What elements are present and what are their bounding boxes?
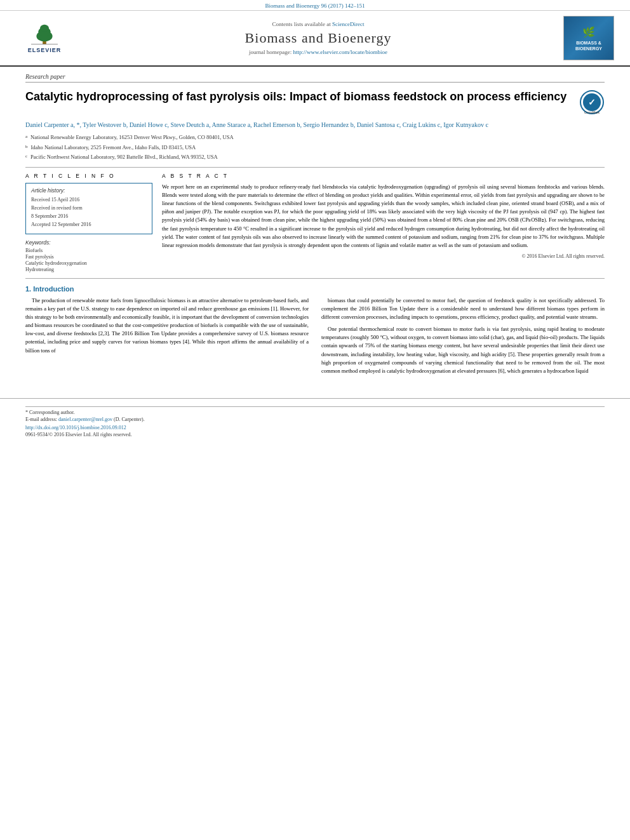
- elsevier-logo: ELSEVIER: [16, 21, 73, 56]
- history-title: Article history:: [31, 187, 147, 194]
- biomass-logo-text2: BIOENERGY: [575, 46, 602, 51]
- intro-col-left: The production of renewable motor fuels …: [25, 297, 309, 380]
- article-info-abstract-section: A R T I C L E I N F O Article history: R…: [25, 173, 605, 279]
- affil-text-c: Pacific Northwest National Laboratory, 9…: [30, 153, 218, 162]
- journal-header-center: Contents lists available at ScienceDirec…: [83, 16, 554, 60]
- abstract-text: We report here on an experimental study …: [162, 183, 605, 250]
- biomass-bioenergy-logo: 🌿 BIOMASS & BIOENERGY: [563, 16, 614, 60]
- history-revised-label: Received in revised form: [31, 204, 147, 211]
- affiliation-b: b Idaho National Laboratory, 2525 Fremon…: [25, 143, 605, 152]
- intro-para-3: One potential thermochemical route to co…: [321, 325, 605, 375]
- biomass-logo-container: 🌿 BIOMASS & BIOENERGY: [560, 16, 617, 60]
- issn-line: 0961-9534/© 2016 Elsevier Ltd. All right…: [25, 432, 605, 437]
- article-history-box: Article history: Received 15 April 2016 …: [25, 183, 152, 234]
- abstract-column: A B S T R A C T We report here on an exp…: [162, 173, 605, 273]
- keyword-3: Hydrotreating: [25, 267, 152, 272]
- corresponding-author-note: * Corresponding author.: [25, 410, 605, 415]
- svg-text:✓: ✓: [588, 97, 596, 107]
- email-footnote: E-mail address: daniel.carpenter@nrel.go…: [25, 417, 605, 422]
- crossmark-logo: ✓ CrossMark: [579, 90, 605, 115]
- main-content: Research paper Catalytic hydroprocessing…: [0, 67, 630, 385]
- abstract-heading: A B S T R A C T: [162, 173, 605, 179]
- logo-plant-icon: 🌿: [582, 26, 595, 38]
- elsevier-brand-text: ELSEVIER: [28, 47, 62, 53]
- page-wrapper: Biomass and Bioenergy 96 (2017) 142–151 …: [0, 0, 630, 443]
- introduction-body: The production of renewable motor fuels …: [25, 297, 605, 380]
- science-direct-link[interactable]: ScienceDirect: [332, 21, 364, 27]
- journal-url[interactable]: http://www.elsevier.com/locate/biombioe: [293, 49, 387, 55]
- affil-text-a: National Renewable Energy Laboratory, 16…: [30, 133, 233, 142]
- affiliation-c: c Pacific Northwest National Laboratory,…: [25, 153, 605, 162]
- affil-sup-a: a: [25, 133, 27, 142]
- history-accepted: Accepted 12 September 2016: [31, 221, 147, 228]
- copyright-line: © 2016 Elsevier Ltd. All rights reserved…: [162, 253, 605, 259]
- history-received: Received 15 April 2016: [31, 196, 147, 203]
- introduction-section: 1. Introduction The production of renewa…: [25, 285, 605, 380]
- svg-text:CrossMark: CrossMark: [584, 110, 600, 114]
- journal-citation-bar: Biomass and Bioenergy 96 (2017) 142–151: [0, 0, 630, 11]
- affil-sup-c: c: [25, 153, 27, 162]
- keyword-1: Fast pyrolysis: [25, 254, 152, 260]
- journal-title: Biomass and Bioenergy: [245, 30, 392, 46]
- affiliation-a: a National Renewable Energy Laboratory, …: [25, 133, 605, 142]
- authors-text: Daniel Carpenter a, *, Tyler Westover b,…: [25, 121, 488, 128]
- article-title: Catalytic hydroprocessing of fast pyroly…: [25, 90, 573, 104]
- affiliations-section: a National Renewable Energy Laboratory, …: [25, 133, 605, 168]
- biomass-logo-text1: BIOMASS &: [576, 41, 601, 45]
- footer-divider: [25, 406, 605, 407]
- paper-type-label: Research paper: [25, 73, 605, 83]
- intro-para-1: The production of renewable motor fuels …: [25, 297, 309, 355]
- history-revised-date: 8 September 2016: [31, 213, 147, 220]
- journal-citation: Biomass and Bioenergy 96 (2017) 142–151: [265, 3, 365, 9]
- science-direct-label: Contents lists available at ScienceDirec…: [272, 21, 365, 27]
- journal-header: ELSEVIER Contents lists available at Sci…: [0, 11, 630, 67]
- intro-para-2: biomass that could potentially be conver…: [321, 297, 605, 322]
- elsevier-logo-container: ELSEVIER: [13, 16, 76, 60]
- affil-sup-b: b: [25, 143, 28, 152]
- authors-line: Daniel Carpenter a, *, Tyler Westover b,…: [25, 120, 605, 130]
- svg-point-3: [40, 25, 49, 32]
- introduction-title: 1. Introduction: [25, 285, 605, 293]
- article-info-column: A R T I C L E I N F O Article history: R…: [25, 173, 152, 273]
- keywords-section: Keywords: Biofuels Fast pyrolysis Cataly…: [25, 239, 152, 272]
- article-title-section: Catalytic hydroprocessing of fast pyroly…: [25, 86, 605, 115]
- intro-col-right: biomass that could potentially be conver…: [321, 297, 605, 380]
- article-info-heading: A R T I C L E I N F O: [25, 173, 152, 179]
- keywords-title: Keywords:: [25, 239, 152, 246]
- elsevier-tree-icon: [25, 23, 64, 45]
- affil-text-b: Idaho National Laboratory, 2525 Fremont …: [31, 143, 196, 152]
- author-email[interactable]: daniel.carpenter@nrel.gov: [58, 417, 112, 422]
- keyword-2: Catalytic hydrodeoxygenation: [25, 260, 152, 266]
- journal-homepage: journal homepage: http://www.elsevier.co…: [249, 49, 387, 55]
- doi-line: http://dx.doi.org/10.1016/j.biombioe.201…: [25, 425, 605, 430]
- page-footer: * Corresponding author. E-mail address: …: [0, 398, 630, 443]
- doi-link[interactable]: http://dx.doi.org/10.1016/j.biombioe.201…: [25, 425, 126, 430]
- keyword-0: Biofuels: [25, 248, 152, 253]
